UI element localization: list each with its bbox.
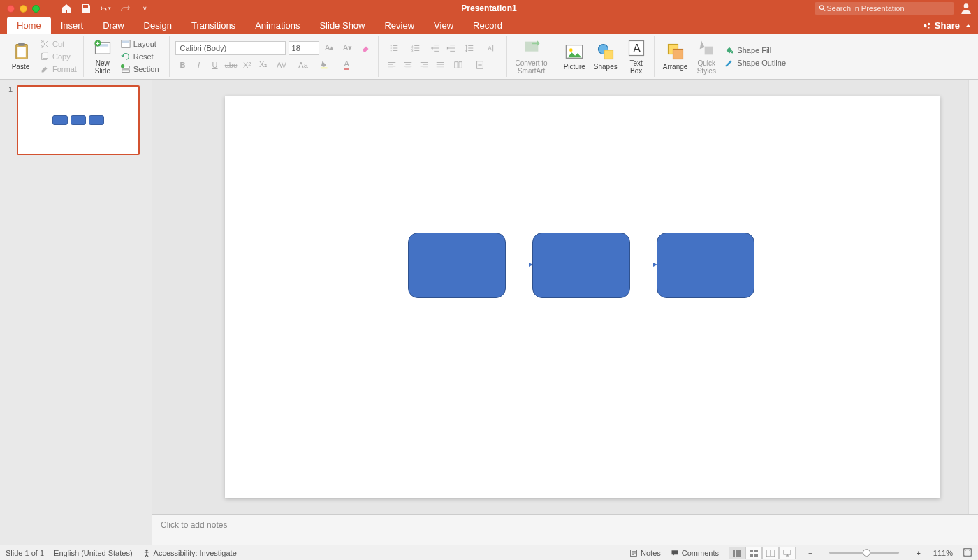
numbering-button[interactable]: 123 <box>406 41 427 55</box>
justify-button[interactable] <box>432 58 448 72</box>
superscript-button[interactable]: X² <box>240 58 255 72</box>
line-spacing-button[interactable] <box>460 41 481 55</box>
rounded-rectangle-shape-2[interactable] <box>532 233 630 298</box>
font-name-select[interactable]: Calibri (Body) <box>175 41 286 55</box>
accessibility-checker[interactable]: Accessibility: Investigate <box>143 549 237 557</box>
tab-insert[interactable]: Insert <box>51 17 94 34</box>
slide-thumbnail-1[interactable] <box>17 85 140 155</box>
character-spacing-button[interactable]: AV <box>272 58 293 72</box>
paste-button[interactable]: Paste <box>8 40 35 72</box>
arrow-connector-2[interactable] <box>630 265 657 265</box>
slide-viewport[interactable] <box>152 80 978 514</box>
tab-transitions[interactable]: Transitions <box>182 17 245 34</box>
align-text-button[interactable] <box>470 58 491 72</box>
increase-indent-button[interactable] <box>444 41 459 55</box>
user-account-icon[interactable] <box>960 2 972 15</box>
arrange-label: Arrange <box>663 63 688 71</box>
zoom-percentage[interactable]: 111% <box>933 549 953 557</box>
shape-fill-button[interactable]: Shape Fill <box>722 45 791 56</box>
align-right-button[interactable] <box>416 58 432 72</box>
copy-button[interactable]: Copy <box>38 51 79 62</box>
search-input[interactable] <box>826 4 950 13</box>
underline-button[interactable]: U <box>207 58 223 72</box>
columns-button[interactable] <box>448 58 469 72</box>
convert-smartart-button[interactable]: Convert to SmartArt <box>513 37 550 76</box>
format-painter-button[interactable]: Format <box>38 64 79 75</box>
tab-slideshow[interactable]: Slide Show <box>309 17 374 34</box>
minimize-window-button[interactable] <box>20 5 27 13</box>
clear-formatting-button[interactable] <box>358 41 374 55</box>
tab-home[interactable]: Home <box>7 17 51 34</box>
redo-icon[interactable] <box>119 3 131 14</box>
cut-button[interactable]: Cut <box>38 38 79 50</box>
slide-indicator[interactable]: Slide 1 of 1 <box>6 549 44 557</box>
search-box[interactable] <box>815 2 954 15</box>
slideshow-view-button[interactable] <box>779 547 796 559</box>
zoom-in-button[interactable]: + <box>913 549 923 557</box>
collapse-ribbon-icon[interactable] <box>964 22 972 30</box>
align-center-button[interactable] <box>400 58 416 72</box>
italic-button[interactable]: I <box>191 58 207 72</box>
save-icon[interactable] <box>80 3 92 14</box>
tab-record[interactable]: Record <box>463 17 512 34</box>
arrow-connector-1[interactable] <box>506 265 532 265</box>
shapes-button[interactable]: Shapes <box>591 40 620 72</box>
zoom-out-button[interactable]: − <box>805 549 815 557</box>
align-left-button[interactable] <box>384 58 400 72</box>
highlight-button[interactable] <box>315 58 336 72</box>
zoom-slider-thumb[interactable] <box>863 549 870 557</box>
shape-outline-button[interactable]: Shape Outline <box>722 57 791 68</box>
bullets-button[interactable] <box>384 41 405 55</box>
slide-canvas[interactable] <box>225 96 940 498</box>
new-slide-button[interactable]: New Slide <box>89 37 116 76</box>
undo-icon[interactable]: ▾ <box>100 3 111 14</box>
font-color-button[interactable]: A <box>337 58 358 72</box>
increase-font-button[interactable]: A▴ <box>322 41 337 55</box>
slide-thumbnail-panel[interactable]: 1 <box>0 80 152 545</box>
tab-design[interactable]: Design <box>134 17 182 34</box>
reset-button[interactable]: Reset <box>119 51 165 62</box>
outdent-icon <box>430 43 440 53</box>
reading-view-button[interactable] <box>762 547 779 559</box>
rounded-rectangle-shape-3[interactable] <box>657 233 754 298</box>
tab-animations[interactable]: Animations <box>245 17 309 34</box>
new-slide-label: New Slide <box>95 59 110 75</box>
arrange-button[interactable]: Arrange <box>660 40 691 72</box>
maximize-window-button[interactable] <box>32 5 40 13</box>
section-button[interactable]: Section <box>119 64 165 75</box>
svg-rect-6 <box>17 47 26 57</box>
tab-view[interactable]: View <box>424 17 463 34</box>
subscript-button[interactable]: X₂ <box>256 58 271 72</box>
textbox-button[interactable]: A Text Box <box>623 37 650 76</box>
rounded-rectangle-shape-1[interactable] <box>408 233 506 298</box>
notes-pane[interactable]: Click to add notes <box>152 514 978 545</box>
slide-sorter-view-button[interactable] <box>745 547 762 559</box>
change-case-button[interactable]: Aa <box>293 58 314 72</box>
svg-rect-27 <box>477 61 483 68</box>
font-size-select[interactable]: 18 <box>289 41 319 55</box>
copy-icon <box>40 52 50 61</box>
text-direction-button[interactable]: A <box>481 41 502 55</box>
notes-toggle[interactable]: Notes <box>629 549 661 557</box>
layout-button[interactable]: Layout <box>119 38 165 50</box>
vertical-scrollbar[interactable] <box>968 80 978 514</box>
fit-to-window-button[interactable] <box>963 547 972 559</box>
zoom-slider[interactable] <box>829 552 899 554</box>
indent-icon <box>446 43 456 53</box>
language-indicator[interactable]: English (United States) <box>54 549 133 557</box>
customize-qat-icon[interactable]: ⊽ <box>139 3 150 14</box>
decrease-indent-button[interactable] <box>428 41 443 55</box>
decrease-font-button[interactable]: A▾ <box>340 41 356 55</box>
tab-review[interactable]: Review <box>374 17 424 34</box>
tab-draw[interactable]: Draw <box>93 17 133 34</box>
picture-button[interactable]: Picture <box>561 40 588 72</box>
bold-button[interactable]: B <box>175 58 191 72</box>
close-window-button[interactable] <box>7 5 15 13</box>
normal-view-button[interactable] <box>729 547 745 559</box>
strikethrough-button[interactable]: abc <box>224 58 239 72</box>
comments-toggle[interactable]: Comments <box>671 549 719 557</box>
svg-point-0 <box>819 6 824 10</box>
share-button[interactable]: Share <box>922 20 960 31</box>
quick-styles-button[interactable]: Quick Styles <box>693 37 720 76</box>
home-icon[interactable] <box>61 3 72 14</box>
